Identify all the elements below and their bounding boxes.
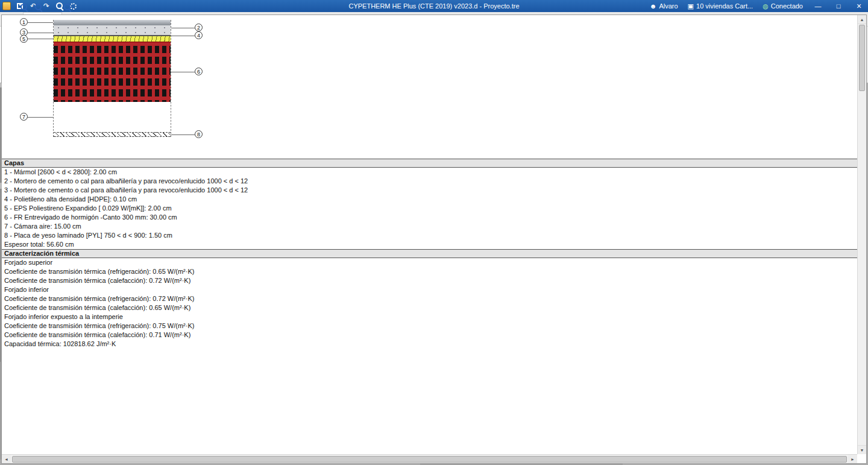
app-icon: [0, 0, 13, 12]
termica-line: Forjado inferior expuesto a la intemperi…: [2, 312, 857, 321]
globe-icon: ◍: [763, 2, 769, 10]
termica-line: Coeficiente de transmisión térmica (refr…: [2, 321, 857, 331]
capa-line: 8 - Placa de yeso laminado [PYL] 750 < d…: [2, 231, 857, 240]
connection-status: Conectado: [771, 2, 803, 10]
termica-line: Forjado inferior: [2, 285, 857, 294]
project-name: 10 viviendas Cart...: [696, 2, 753, 10]
user-name: Alvaro: [659, 2, 678, 10]
minimize-button[interactable]: —: [809, 0, 827, 12]
termica-line: Capacidad térmica: 102818.62 J/m²·K: [2, 340, 857, 349]
scroll-up-icon[interactable]: ▲: [858, 15, 866, 24]
termica-line: Forjado superior: [2, 258, 857, 267]
detail-panel: ↺ ✎ ▤ ↘ 1: [0, 0, 241, 362]
callout-2: 2: [195, 24, 203, 31]
callout-4: 4: [195, 31, 203, 39]
caracterizacion-header: Caracterización térmica: [2, 249, 857, 258]
callout-1: 1: [20, 18, 28, 26]
layer-eps: [54, 36, 171, 42]
callout-7: 7: [20, 113, 28, 121]
capa-line: 4 - Polietileno alta densidad [HDPE]: 0.…: [2, 195, 857, 204]
capas-header: Capas: [2, 159, 857, 168]
project-chip[interactable]: ▣10 viviendas Cart...: [684, 0, 757, 12]
restore-button[interactable]: □: [829, 0, 848, 12]
termica-line: Coeficiente de transmisión térmica (refr…: [2, 294, 857, 303]
user-icon: ☻: [650, 2, 657, 10]
titlebar: ↶ ↷ CYPETHERM HE Plus (CTE 2019) v2023.d…: [0, 0, 868, 12]
layer-forjado: [54, 42, 171, 102]
detail-content: 1 3 5 7 2 4 6 8 Capas 1 - Mármol [2600 <…: [1, 14, 867, 464]
capa-line: 3 - Mortero de cemento o cal para albañi…: [2, 186, 857, 195]
termica-line: Coeficiente de transmisión térmica (cale…: [2, 276, 857, 285]
user-chip[interactable]: ☻Alvaro: [646, 0, 682, 12]
layer-mortero-2: [54, 30, 171, 35]
capa-line: 2 - Mortero de cemento o cal para albañi…: [2, 177, 857, 186]
layer-yeso: [54, 132, 171, 137]
termica-line: Coeficiente de transmisión térmica (cale…: [2, 331, 857, 340]
detail-hscroll-thumb[interactable]: [12, 456, 847, 463]
layer-assembly: [53, 20, 171, 137]
detail-vscrollbar[interactable]: ▲ ▼: [857, 15, 866, 454]
layer-mortero-1: [54, 25, 171, 30]
espesor-total: Espesor total: 56.60 cm: [2, 240, 857, 249]
capa-line: 6 - FR Entrevigado de hormigón -Canto 30…: [2, 213, 857, 222]
termica-line: Coeficiente de transmisión térmica (cale…: [2, 303, 857, 312]
layer-marmol: [54, 20, 171, 25]
scroll-left-icon[interactable]: ◄: [2, 455, 11, 463]
layer-camara-aire: [54, 102, 171, 132]
scroll-down-icon[interactable]: ▼: [858, 445, 866, 454]
close-button[interactable]: ×: [850, 0, 868, 12]
connection-chip[interactable]: ◍Conectado: [759, 0, 807, 12]
project-icon: ▣: [688, 2, 694, 10]
detail-scroll-thumb[interactable]: [859, 25, 865, 91]
detail-hscrollbar[interactable]: ◄ ►: [2, 454, 857, 463]
search-icon: [55, 2, 64, 10]
callout-6: 6: [195, 68, 203, 75]
termica-line: Coeficiente de transmisión térmica (refr…: [2, 267, 857, 276]
capa-line: 1 - Mármol [2600 < d < 2800]: 2.00 cm: [2, 168, 857, 177]
callout-5: 5: [20, 35, 28, 43]
callout-8: 8: [195, 130, 203, 138]
capa-line: 5 - EPS Poliestireno Expandido [ 0.029 W…: [2, 204, 857, 213]
capa-line: 7 - Cámara aire: 15.00 cm: [2, 222, 857, 231]
section-drawing: 1 3 5 7 2 4 6 8: [2, 15, 857, 159]
scroll-right-icon[interactable]: ►: [848, 455, 857, 463]
